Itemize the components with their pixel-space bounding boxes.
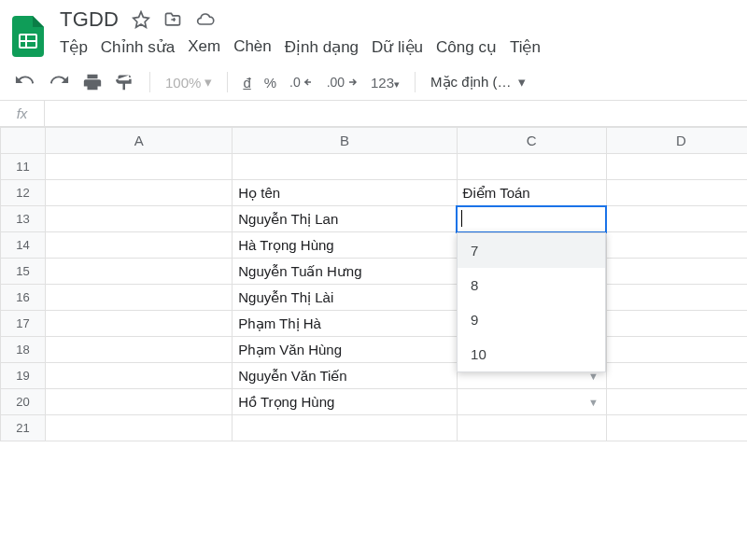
separator	[415, 72, 416, 92]
move-icon[interactable]	[163, 10, 182, 29]
table-row: 13Nguyễn Thị Lan	[1, 206, 748, 232]
cell-A16[interactable]	[46, 285, 233, 311]
row-header[interactable]: 21	[1, 415, 46, 441]
row-header[interactable]: 13	[1, 206, 46, 232]
cell-A18[interactable]	[46, 337, 233, 363]
paint-format-icon[interactable]	[116, 72, 134, 92]
cell-C11[interactable]	[457, 154, 606, 180]
row-header[interactable]: 14	[1, 232, 46, 259]
doc-title[interactable]: TGDD	[60, 7, 119, 32]
select-all-corner[interactable]	[1, 128, 46, 154]
row-header[interactable]: 19	[1, 363, 46, 389]
table-row: 21	[1, 415, 748, 441]
formula-input[interactable]	[45, 101, 747, 126]
cell-B12[interactable]: Họ tên	[233, 180, 457, 206]
cell-A14[interactable]	[46, 232, 233, 259]
cell-D19[interactable]	[606, 363, 747, 389]
dropdown-option[interactable]: 7	[458, 233, 605, 268]
cell-A11[interactable]	[46, 154, 233, 180]
cell-B21[interactable]	[233, 415, 457, 441]
increase-decimals-button[interactable]: .00	[327, 75, 358, 90]
cell-B15[interactable]: Nguyễn Tuấn Hưng	[233, 259, 457, 285]
dropdown-arrow-icon[interactable]: ▼	[588, 397, 600, 408]
row-header[interactable]: 20	[1, 389, 46, 415]
title-row: TGDD Tệp Chỉnh sửa Xem Chèn Định dạng Dữ…	[9, 7, 738, 64]
cell-D18[interactable]	[606, 337, 747, 363]
toolbar: 100% ▾ đ % .0 .00 123▾ Mặc định (… ▾	[0, 64, 747, 101]
cell-C13[interactable]	[457, 206, 606, 232]
cell-B14[interactable]: Hà Trọng Hùng	[233, 232, 457, 259]
cell-D15[interactable]	[606, 259, 747, 285]
menu-view[interactable]: Xem	[188, 37, 220, 57]
cell-A15[interactable]	[46, 259, 233, 285]
cell-B19[interactable]: Nguyễn Văn Tiến	[233, 363, 457, 389]
spreadsheet-grid[interactable]: A B C D 1112Họ tênĐiểm Toán13Nguyễn Thị …	[0, 127, 747, 441]
row-header[interactable]: 11	[1, 154, 46, 180]
cell-B13[interactable]: Nguyễn Thị Lan	[233, 206, 457, 232]
cell-A17[interactable]	[46, 311, 233, 337]
menu-format[interactable]: Định dạng	[285, 37, 359, 57]
cell-D13[interactable]	[606, 206, 747, 232]
currency-button[interactable]: đ	[243, 75, 250, 91]
sheets-logo-icon[interactable]	[9, 13, 47, 60]
cell-B16[interactable]: Nguyễn Thị Lài	[233, 285, 457, 311]
cell-D20[interactable]	[606, 389, 747, 415]
cell-B11[interactable]	[233, 154, 457, 180]
cell-D21[interactable]	[606, 415, 747, 441]
cell-B18[interactable]: Phạm Văn Hùng	[233, 337, 457, 363]
data-validation-dropdown: 78910	[457, 232, 606, 372]
table-row: 17Phạm Thị Hà	[1, 311, 748, 337]
menu-file[interactable]: Tệp	[60, 37, 88, 57]
cell-D12[interactable]	[606, 180, 747, 206]
row-header[interactable]: 15	[1, 259, 46, 285]
cell-C20[interactable]: ▼	[457, 389, 606, 415]
cell-A21[interactable]	[46, 415, 233, 441]
cell-D17[interactable]	[606, 311, 747, 337]
menu-insert[interactable]: Chèn	[233, 37, 272, 57]
cell-D11[interactable]	[606, 154, 747, 180]
cell-A13[interactable]	[46, 206, 233, 232]
cell-A12[interactable]	[46, 180, 233, 206]
menu-extensions[interactable]: Tiện	[510, 37, 541, 57]
col-header-A[interactable]: A	[46, 128, 233, 154]
cell-A19[interactable]	[46, 363, 233, 389]
cell-B20[interactable]: Hồ Trọng Hùng	[233, 389, 457, 415]
cell-D14[interactable]	[606, 232, 747, 259]
separator	[227, 72, 228, 92]
row-header[interactable]: 18	[1, 337, 46, 363]
print-icon[interactable]	[82, 72, 103, 92]
column-header-row: A B C D	[1, 128, 748, 154]
dropdown-option[interactable]: 9	[458, 302, 605, 337]
header: TGDD Tệp Chỉnh sửa Xem Chèn Định dạng Dữ…	[0, 0, 747, 64]
col-header-B[interactable]: B	[233, 128, 457, 154]
star-icon[interactable]	[132, 10, 150, 29]
cell-B17[interactable]: Phạm Thị Hà	[233, 311, 457, 337]
cell-D16[interactable]	[606, 285, 747, 311]
cell-C12[interactable]: Điểm Toán	[457, 180, 606, 206]
row-header[interactable]: 17	[1, 311, 46, 337]
cell-A20[interactable]	[46, 389, 233, 415]
row-header[interactable]: 16	[1, 285, 46, 311]
zoom-select[interactable]: 100% ▾	[165, 74, 212, 91]
menu-tools[interactable]: Công cụ	[436, 37, 497, 57]
cloud-status-icon[interactable]	[195, 10, 216, 29]
decrease-decimals-button[interactable]: .0	[289, 75, 314, 90]
dropdown-option[interactable]: 8	[458, 268, 605, 302]
zoom-value: 100%	[165, 75, 201, 91]
menu-data[interactable]: Dữ liệu	[372, 37, 423, 57]
col-header-C[interactable]: C	[457, 128, 606, 154]
menu-edit[interactable]: Chỉnh sửa	[101, 37, 175, 57]
chevron-down-icon: ▾	[204, 74, 212, 91]
doc-area: TGDD Tệp Chỉnh sửa Xem Chèn Định dạng Dữ…	[56, 7, 541, 64]
row-header[interactable]: 12	[1, 180, 46, 206]
font-select[interactable]: Mặc định (… ▾	[430, 74, 526, 91]
table-row: 19Nguyễn Văn Tiến▼	[1, 363, 748, 389]
col-header-D[interactable]: D	[606, 128, 747, 154]
dropdown-option[interactable]: 10	[458, 337, 605, 371]
redo-icon[interactable]	[49, 72, 69, 92]
number-format-button[interactable]: 123▾	[371, 75, 400, 91]
percent-button[interactable]: %	[264, 75, 276, 91]
cell-C21[interactable]	[457, 415, 606, 441]
separator	[149, 72, 150, 92]
undo-icon[interactable]	[15, 72, 35, 92]
